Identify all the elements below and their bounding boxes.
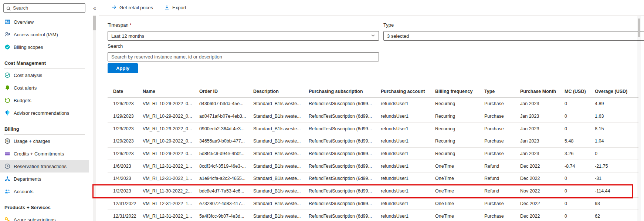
table-cell: VM_RI_10-29-2022_0...	[143, 138, 199, 144]
column-header-order-id[interactable]: Order ID	[199, 89, 253, 94]
column-header-purchasing-account[interactable]: Purchasing account	[381, 89, 435, 94]
table-cell: Dec 2022	[520, 164, 565, 169]
table-row[interactable]: 1/2/2023VM_RI_11-30-2022_2...bdc8e4d7-7a…	[108, 185, 638, 198]
sidebar-item-overview[interactable]: Overview	[0, 16, 89, 28]
type-dropdown[interactable]: 3 selected	[383, 31, 644, 41]
column-header-date[interactable]: Date	[108, 89, 143, 94]
table-cell: refundsUser1	[381, 151, 435, 156]
column-header-purchasing-subscription[interactable]: Purchasing subscription	[309, 89, 381, 94]
table-row[interactable]: 1/29/2023VM_RI_10-29-2022_0...ad0471af-b…	[108, 110, 638, 123]
table-cell: Standard_B1ls weste...	[253, 214, 309, 219]
search-label: Search	[108, 43, 379, 49]
table-row[interactable]: 1/29/2023VM_RI_10-29-2022_0...0900ecb2-3…	[108, 123, 638, 135]
table-row[interactable]: 1/29/2023VM_RI_10-29-2022_0...34655aa9-b…	[108, 135, 638, 148]
table-cell: refundsUser1	[381, 164, 435, 169]
timespan-dropdown[interactable]: Last 12 months	[108, 31, 379, 41]
sidebar-item-credits-commitments[interactable]: Credits + Commitments	[0, 147, 89, 160]
table-row[interactable]: 1/6/2023VM_RI_12-31-2022_1...8cdf34cf-35…	[108, 160, 638, 173]
column-header-description[interactable]: Description	[253, 89, 309, 94]
reservation-transactions-icon	[4, 163, 10, 169]
column-header-mc-usd[interactable]: MC (USD)	[565, 89, 595, 94]
sidebar-item-reservation-transactions[interactable]: Reservation transactions	[0, 160, 89, 173]
get-retail-prices-button[interactable]: Get retail prices	[111, 4, 153, 11]
column-header-name[interactable]: Name	[143, 89, 199, 94]
table-cell: a1e94cfa-a2c2-4655...	[199, 176, 253, 181]
export-label: Export	[172, 5, 186, 10]
departments-icon	[4, 176, 10, 182]
column-header-type[interactable]: Type	[484, 89, 520, 94]
svg-text:$: $	[6, 139, 8, 143]
table-cell: OneTime	[435, 214, 484, 219]
table-cell: Dec 2022	[520, 201, 565, 206]
sidebar-item-label: Accounts	[14, 189, 33, 194]
sidebar-item-budgets[interactable]: Budgets	[0, 94, 89, 107]
advisor-icon	[4, 110, 10, 116]
table-cell: OneTime	[435, 188, 484, 194]
sidebar-item-billing-scopes[interactable]: Billing scopes	[0, 41, 89, 53]
sidebar-item-cost-alerts[interactable]: Cost alerts	[0, 81, 89, 94]
main-scrollbar-thumb[interactable]	[638, 19, 640, 37]
sidebar-item-label: Cost analysis	[14, 73, 42, 78]
sidebar-item-accounts[interactable]: Accounts	[0, 185, 89, 198]
table-cell: 0	[565, 101, 595, 106]
table-row[interactable]: 12/31/2022VM_RI_12-31-2022_1...5a4f3fcc-…	[108, 210, 638, 221]
transactions-search-input[interactable]	[108, 52, 379, 61]
table-cell: refundsUser1	[381, 101, 435, 106]
transactions-table: DateNameOrder IDDescriptionPurchasing su…	[108, 85, 638, 221]
sidebar-scrollbar-thumb[interactable]	[93, 16, 96, 30]
table-cell: d43b6fd7-b3da-45e...	[199, 101, 253, 106]
main-content: Get retail prices Export Timespan* Last …	[99, 0, 644, 221]
table-cell: refundsUser1	[381, 114, 435, 119]
table-cell: 12/31/2022	[108, 214, 143, 219]
sidebar-item-label: Credits + Commitments	[14, 151, 64, 157]
sidebar-item-departments[interactable]: Departments	[0, 173, 89, 185]
table-row[interactable]: 1/4/2023VM_RI_12-31-2022_1...a1e94cfa-a2…	[108, 173, 638, 185]
sidebar-item-cost-analysis[interactable]: Cost analysis	[0, 69, 89, 81]
column-header-purchase-month[interactable]: Purchase Month	[520, 89, 565, 94]
table-row[interactable]: 12/31/2022VM_RI_12-31-2022_1...e7328072-…	[108, 198, 638, 210]
table-cell: 1/29/2023	[108, 138, 143, 144]
table-cell: Recurring	[435, 101, 484, 106]
sidebar-scrollbar[interactable]	[93, 15, 96, 221]
table-cell: VM_RI_10-29-2022_0...	[143, 101, 199, 106]
table-cell: VM_RI_12-31-2022_1...	[143, 176, 199, 181]
arrow-right-icon	[111, 4, 117, 11]
table-row[interactable]: 1/29/2023VM_RI_10-29-2022_0...d43b6fd7-b…	[108, 98, 638, 110]
table-cell: VM_RI_10-29-2022_0...	[143, 126, 199, 131]
table-row[interactable]: 1/29/2023VM_RI_10-29-2022_0...5d8f45c9-d…	[108, 148, 638, 160]
export-button[interactable]: Export	[164, 4, 186, 11]
table-cell: Nov 2022	[520, 188, 565, 194]
table-cell: Dec 2022	[520, 176, 565, 181]
sidebar-item-azure-subscriptions[interactable]: Azure subscriptions	[0, 213, 89, 221]
apply-button[interactable]: Apply	[108, 63, 138, 73]
sidebar-item-advisor-recommendations[interactable]: Advisor recommendations	[0, 107, 89, 119]
column-header-overage-usd[interactable]: Overage (USD)	[595, 89, 632, 94]
main-scrollbar[interactable]	[637, 16, 641, 221]
table-cell: VM_RI_11-30-2022_2...	[143, 188, 199, 194]
table-cell: Recurring	[435, 114, 484, 119]
billing-scopes-icon	[4, 44, 10, 50]
column-header-billing-frequency[interactable]: Billing frequency	[435, 89, 484, 94]
table-cell: e7328072-4d83-417...	[199, 201, 253, 206]
table-cell: 34655aa9-b0bb-477...	[199, 138, 253, 144]
table-cell: RefundTestSuscription (6d99...	[309, 138, 381, 144]
sidebar-search-input[interactable]	[13, 5, 83, 11]
sidebar-collapse-button[interactable]: «	[90, 3, 99, 13]
sidebar-item-access-control-iam[interactable]: Access control (IAM)	[0, 28, 89, 41]
table-cell: Standard_B1ls weste...	[253, 138, 309, 144]
table-cell: Purchase	[484, 101, 520, 106]
table-cell: 1/2/2023	[108, 188, 143, 194]
sidebar-item-label: Reservation transactions	[14, 164, 67, 169]
azure-subscriptions-icon	[4, 217, 10, 221]
table-cell: refundsUser1	[381, 126, 435, 131]
table-cell: 1/29/2023	[108, 151, 143, 156]
table-cell: 0	[565, 176, 595, 181]
sidebar-item-usage-charges[interactable]: $ Usage + charges	[0, 135, 89, 147]
table-cell: 1/29/2023	[108, 126, 143, 131]
table-cell: VM_RI_12-31-2022_1...	[143, 201, 199, 206]
table-cell: Jan 2023	[520, 151, 565, 156]
table-cell: 0	[595, 151, 632, 156]
table-cell: Purchase	[484, 214, 520, 219]
download-icon	[164, 4, 170, 11]
sidebar-search[interactable]	[3, 3, 85, 13]
